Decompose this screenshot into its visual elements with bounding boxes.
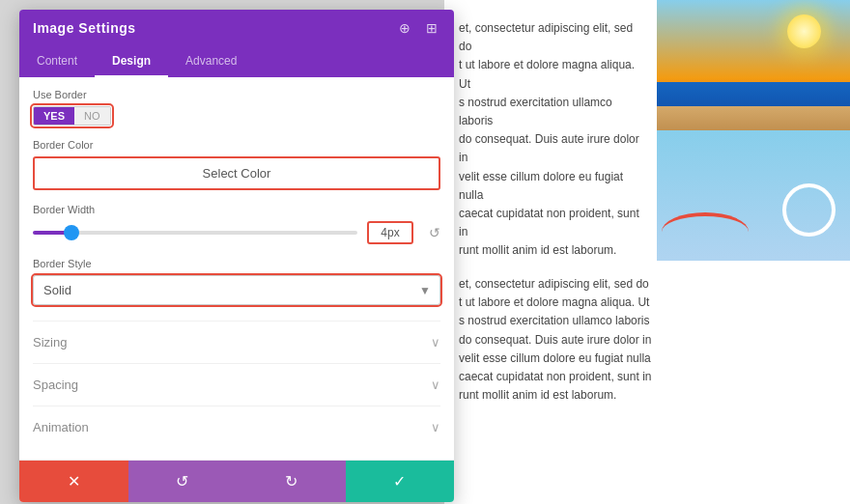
spacing-section: Spacing ∨	[33, 363, 440, 406]
panel-title: Image Settings	[33, 20, 136, 36]
animation-title: Animation	[33, 420, 89, 434]
image-settings-panel: Image Settings ⊕ ⊞ Content Design Advanc…	[19, 10, 454, 502]
tab-advanced[interactable]: Advanced	[168, 46, 254, 77]
border-color-label: Border Color	[33, 139, 440, 151]
sizing-header[interactable]: Sizing ∨	[33, 322, 440, 363]
tab-content[interactable]: Content	[19, 46, 95, 77]
photo-bottom	[657, 130, 850, 261]
border-width-input[interactable]	[367, 221, 413, 244]
border-style-section: Border Style Solid Dashed Dotted Double …	[33, 258, 440, 305]
sizing-title: Sizing	[33, 335, 67, 350]
border-color-section: Border Color Select Color	[33, 139, 440, 190]
use-border-section: Use Border YES NO	[33, 89, 440, 126]
carnival-sky	[657, 130, 850, 261]
sun-element	[787, 14, 821, 48]
border-width-slider[interactable]	[33, 231, 357, 235]
reset-icon[interactable]: ↺	[429, 225, 440, 240]
photo-top	[657, 0, 850, 130]
border-width-section: Border Width ↺	[33, 204, 440, 244]
ferris-wheel	[782, 183, 840, 241]
toggle-yes[interactable]: YES	[34, 107, 74, 125]
toggle-no[interactable]: NO	[74, 107, 110, 125]
redo-button[interactable]: ↻	[237, 461, 346, 502]
photo-top-inner	[657, 0, 850, 130]
border-style-label: Border Style	[33, 258, 440, 269]
spacing-title: Spacing	[33, 378, 78, 392]
animation-header[interactable]: Animation ∨	[33, 406, 440, 448]
panel-footer: ✕ ↺ ↻ ✓	[19, 460, 454, 502]
content-text: et, consectetur adipiscing elit, sed do …	[444, 0, 657, 261]
panel-header-icons: ⊕ ⊞	[396, 19, 440, 37]
animation-chevron-icon: ∨	[431, 420, 440, 434]
panel-body: Use Border YES NO Border Color Select Co…	[19, 77, 454, 460]
photo-column	[657, 0, 850, 261]
expand-icon[interactable]: ⊕	[396, 19, 413, 37]
border-width-label: Border Width	[33, 204, 440, 215]
roller-coaster	[662, 212, 749, 251]
panel-tabs: Content Design Advanced	[19, 46, 454, 77]
confirm-button[interactable]: ✓	[346, 461, 455, 502]
use-border-toggle[interactable]: YES NO	[33, 106, 111, 126]
cancel-button[interactable]: ✕	[19, 461, 128, 502]
use-border-label: Use Border	[33, 89, 440, 100]
undo-button[interactable]: ↺	[128, 461, 238, 502]
content-bottom: et, consectetur adipiscing elit, sed do …	[444, 261, 850, 504]
sizing-chevron-icon: ∨	[431, 335, 440, 350]
animation-section: Animation ∨	[33, 406, 440, 448]
width-input-wrap	[367, 221, 413, 244]
page-wrapper: et, consectetur adipiscing elit, sed do …	[0, 0, 850, 504]
content-area: et, consectetur adipiscing elit, sed do …	[444, 0, 850, 504]
panel-header: Image Settings ⊕ ⊞	[19, 10, 454, 46]
spacing-chevron-icon: ∨	[431, 378, 440, 392]
select-color-button[interactable]: Select Color	[33, 156, 440, 190]
range-row: ↺	[33, 221, 440, 244]
border-style-select[interactable]: Solid Dashed Dotted Double None	[33, 275, 440, 305]
tab-design[interactable]: Design	[95, 46, 168, 77]
style-select-wrap: Solid Dashed Dotted Double None ▼	[33, 275, 440, 305]
content-top: et, consectetur adipiscing elit, sed do …	[444, 0, 850, 261]
spacing-header[interactable]: Spacing ∨	[33, 364, 440, 406]
ferris-wheel-circle	[782, 183, 836, 237]
sizing-section: Sizing ∨	[33, 321, 440, 363]
beach-sand	[657, 106, 850, 130]
columns-icon[interactable]: ⊞	[423, 19, 440, 37]
